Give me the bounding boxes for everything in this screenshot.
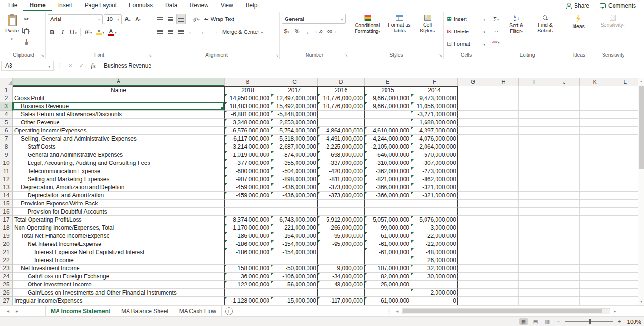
cell-h10[interactable] — [488, 159, 519, 167]
cell-f13[interactable]: -321,000,000 — [411, 183, 458, 192]
cell-c5[interactable]: 2,853,000,000 — [271, 119, 318, 127]
cell-h3[interactable] — [488, 102, 519, 111]
row-header-4[interactable]: 4 — [0, 111, 13, 119]
align-right-button[interactable] — [176, 27, 186, 37]
column-header-i[interactable]: I — [519, 78, 549, 86]
cell-f11[interactable]: -273,000,000 — [411, 167, 458, 175]
cell-l2[interactable] — [610, 94, 641, 102]
cell-g16[interactable] — [458, 208, 488, 216]
cell-l11[interactable] — [610, 167, 641, 175]
zoom-slider[interactable] — [565, 321, 613, 322]
cell-e23[interactable]: 107,000,000 — [365, 265, 411, 273]
cell-c9[interactable]: -874,000,000 — [271, 151, 318, 159]
cell-a4[interactable]: Sales Return and Allowances/Discounts — [13, 111, 225, 119]
cell-k3[interactable] — [580, 102, 610, 111]
cell-j24[interactable] — [549, 273, 580, 281]
cell-l26[interactable] — [610, 289, 641, 297]
cell-f18[interactable]: 3,000,000 — [411, 224, 458, 232]
row-header-6[interactable]: 6 — [0, 127, 13, 135]
cell-h21[interactable] — [488, 248, 519, 256]
zoom-level[interactable]: 100% — [626, 319, 642, 325]
cell-h20[interactable] — [488, 240, 519, 248]
increase-decimal-button[interactable]: ←.0 — [313, 26, 324, 37]
cell-j22[interactable] — [549, 256, 580, 265]
sort-filter-button[interactable]: AZ↓ Sort & Filter — [502, 13, 531, 35]
cell-e25[interactable]: 25,000,000 — [365, 281, 411, 289]
percent-style-button[interactable]: % — [292, 26, 302, 37]
row-header-9[interactable]: 9 — [0, 151, 13, 159]
cell-i11[interactable] — [519, 167, 549, 175]
cell-h17[interactable] — [488, 216, 519, 224]
cell-h12[interactable] — [488, 175, 519, 183]
number-dialog-launcher[interactable]: ↘ — [345, 53, 348, 58]
cell-d5[interactable] — [318, 119, 365, 127]
cell-a6[interactable]: Operating Income/Expenses — [13, 127, 225, 135]
cell-d25[interactable]: 43,000,000 — [318, 281, 365, 289]
cell-c23[interactable]: -50,000,000 — [271, 265, 318, 273]
cell-b14[interactable]: -459,000,000 — [225, 192, 271, 200]
cell-l14[interactable] — [610, 192, 641, 200]
zoom-in-button[interactable]: + — [616, 318, 623, 325]
cell-b12[interactable]: -907,000,000 — [225, 175, 271, 183]
cell-e10[interactable]: -310,000,000 — [365, 159, 411, 167]
row-header-10[interactable]: 10 — [0, 159, 13, 167]
cell-l19[interactable] — [610, 232, 641, 240]
font-size-select[interactable]: 10 — [104, 14, 122, 24]
font-name-select[interactable]: Arial — [48, 14, 103, 24]
cell-f21[interactable]: -48,000,000 — [411, 248, 458, 256]
cell-e16[interactable] — [365, 208, 411, 216]
menu-tab-data[interactable]: Data — [159, 0, 183, 11]
cell-e12[interactable]: -821,000,000 — [365, 175, 411, 183]
cell-i12[interactable] — [519, 175, 549, 183]
font-color-button[interactable]: A — [107, 27, 118, 37]
fill-color-button[interactable] — [94, 27, 106, 37]
cell-b5[interactable]: 3,348,000,000 — [225, 119, 271, 127]
cell-c10[interactable]: -355,000,000 — [271, 159, 318, 167]
cell-h23[interactable] — [488, 265, 519, 273]
sheet-tab-ma-cash-flow[interactable]: MA Cash Flow — [174, 306, 222, 316]
cell-g11[interactable] — [458, 167, 488, 175]
column-header-k[interactable]: K — [580, 78, 610, 86]
cell-g23[interactable] — [458, 265, 488, 273]
cell-k19[interactable] — [580, 232, 610, 240]
row-header-12[interactable]: 12 — [0, 175, 13, 183]
cell-l27[interactable] — [610, 297, 641, 305]
cell-f15[interactable] — [411, 200, 458, 208]
row-header-22[interactable]: 22 — [0, 256, 13, 265]
cell-b17[interactable]: 8,374,000,000 — [225, 216, 271, 224]
cell-e3[interactable]: 9,667,000,000 — [365, 102, 411, 111]
cell-k8[interactable] — [580, 143, 610, 151]
column-header-b[interactable]: B — [225, 78, 271, 86]
cancel-button[interactable]: × — [65, 62, 76, 69]
cell-i13[interactable] — [519, 183, 549, 192]
row-header-25[interactable]: 25 — [0, 281, 13, 289]
cell-i21[interactable] — [519, 248, 549, 256]
row-header-26[interactable]: 26 — [0, 289, 13, 297]
name-box[interactable]: A3 — [1, 61, 54, 71]
cell-c1[interactable]: 2017 — [271, 86, 318, 94]
cell-h18[interactable] — [488, 224, 519, 232]
cell-i24[interactable] — [519, 273, 549, 281]
vscroll-down-arrow[interactable]: ▾ — [640, 298, 642, 305]
cell-a10[interactable]: Legal, Accounting, Auditing and Consulti… — [13, 159, 225, 167]
cell-d27[interactable]: -117,000,000 — [318, 297, 365, 305]
cell-k22[interactable] — [580, 256, 610, 265]
cell-g17[interactable] — [458, 216, 488, 224]
cell-a14[interactable]: Depreciation and Amortization — [13, 192, 225, 200]
cell-h2[interactable] — [488, 94, 519, 102]
cell-a15[interactable]: Provision Expense/Write-Back — [13, 200, 225, 208]
cell-l6[interactable] — [610, 127, 641, 135]
cell-l7[interactable] — [610, 135, 641, 143]
cell-h7[interactable] — [488, 135, 519, 143]
cell-e8[interactable]: -2,105,000,000 — [365, 143, 411, 151]
cell-k21[interactable] — [580, 248, 610, 256]
comments-button[interactable]: Comments — [594, 0, 641, 11]
cell-e11[interactable]: -362,000,000 — [365, 167, 411, 175]
cell-g19[interactable] — [458, 232, 488, 240]
cell-b9[interactable]: -1,019,000,000 — [225, 151, 271, 159]
formula-input[interactable]: Business Revenue — [99, 61, 644, 71]
enter-button[interactable]: ✓ — [76, 62, 88, 69]
column-header-d[interactable]: D — [318, 78, 365, 86]
cell-b23[interactable]: 158,000,000 — [225, 265, 271, 273]
cell-i20[interactable] — [519, 240, 549, 248]
